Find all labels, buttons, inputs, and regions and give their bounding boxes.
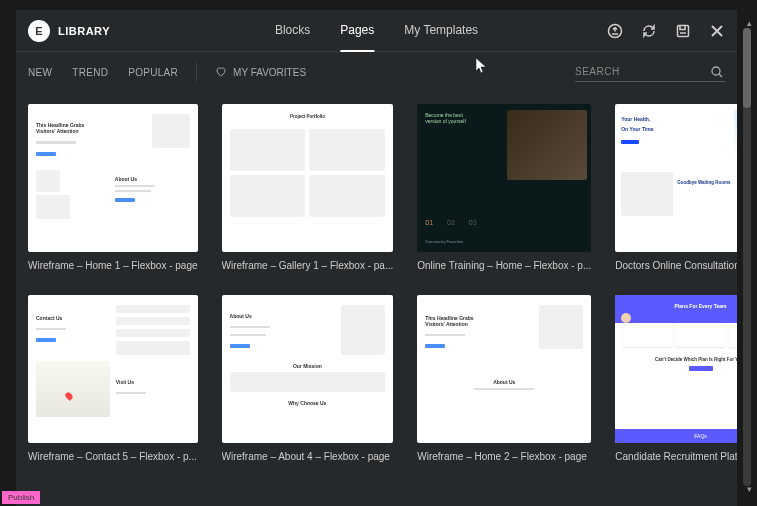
thumb-h2: Can't Decide Which Plan Is Right For You…: [619, 357, 737, 362]
thumb-h1: Plans For Every Team: [621, 303, 737, 309]
thumb-h2: On Your Time: [621, 126, 730, 132]
template-thumbnail[interactable]: Project Portfolio: [222, 104, 394, 252]
sync-icon[interactable]: [641, 23, 657, 39]
thumb-about: About Us: [493, 379, 515, 385]
search-area: [575, 62, 725, 82]
template-card: Your Health, On Your Time Goodbye: [615, 104, 737, 271]
template-label: Online Training – Home – Flexbox - p...: [417, 260, 591, 271]
template-card: This Headline Grabs Visitors' Attention …: [417, 295, 591, 462]
my-favorites[interactable]: MY FAVORITES: [215, 66, 306, 78]
thumb-headline: This Headline Grabs Visitors' Attention: [36, 122, 91, 134]
thumb-headline: Become the best version of yourself: [425, 112, 475, 124]
thumb-community: Community Favorites: [425, 239, 463, 244]
divider: [196, 63, 197, 81]
thumb-goodbye: Goodbye Waiting Rooms: [677, 180, 737, 185]
modal-header: E LIBRARY Blocks Pages My Templates: [16, 10, 737, 52]
close-icon[interactable]: [709, 23, 725, 39]
template-label: Wireframe – Home 1 – Flexbox - page: [28, 260, 198, 271]
svg-rect-1: [678, 25, 689, 36]
template-label: Doctors Online Consultation – Flexb...: [615, 260, 737, 271]
save-icon[interactable]: [675, 23, 691, 39]
tab-my-templates[interactable]: My Templates: [404, 10, 478, 52]
filter-tabs: NEW TREND POPULAR: [28, 67, 178, 78]
template-label: Wireframe – About 4 – Flexbox - page: [222, 451, 394, 462]
template-label: Candidate Recruitment Platform - pa...: [615, 451, 737, 462]
template-card: This Headline Grabs Visitors' Attention: [28, 104, 198, 271]
template-label: Wireframe – Contact 5 – Flexbox - p...: [28, 451, 198, 462]
header-actions: [607, 23, 725, 39]
thumb-h1: Your Health,: [621, 116, 730, 122]
publish-tag: Publish: [2, 491, 40, 504]
scrollbar-thumb[interactable]: [743, 28, 751, 108]
thumb-headline: This Headline Grabs Visitors' Attention: [425, 315, 480, 327]
tab-pages[interactable]: Pages: [340, 10, 374, 52]
thumb-contact: Contact Us: [36, 315, 110, 321]
template-card: Contact Us: [28, 295, 198, 462]
template-thumbnail[interactable]: Become the best version of yourself 01 0…: [417, 104, 591, 252]
template-thumbnail[interactable]: This Headline Grabs Visitors' Attention: [28, 104, 198, 252]
thumb-faq: FAQs: [615, 429, 737, 443]
sub-header: NEW TREND POPULAR MY FAVORITES: [16, 52, 737, 92]
thumb-about: About Us: [230, 313, 334, 319]
template-thumbnail[interactable]: Contact Us: [28, 295, 198, 443]
thumb-mission: Our Mission: [293, 363, 322, 369]
search-icon[interactable]: [709, 64, 725, 80]
template-grid-container: This Headline Grabs Visitors' Attention: [16, 92, 737, 506]
template-thumbnail[interactable]: About Us Our Mission Why Choose Us: [222, 295, 394, 443]
library-title: LIBRARY: [58, 25, 110, 37]
template-card: Plans For Every Team Can't Decide Which …: [615, 295, 737, 462]
template-label: Wireframe – Home 2 – Flexbox - page: [417, 451, 591, 462]
thumb-about: About Us: [115, 176, 190, 182]
thumb-why: Why Choose Us: [230, 400, 386, 406]
scroll-up-icon[interactable]: ▴: [747, 18, 752, 28]
favorites-label: MY FAVORITES: [233, 67, 306, 78]
template-thumbnail[interactable]: This Headline Grabs Visitors' Attention …: [417, 295, 591, 443]
main-tabs: Blocks Pages My Templates: [275, 10, 478, 52]
logo-area: E LIBRARY: [28, 20, 110, 42]
template-thumbnail[interactable]: Your Health, On Your Time Goodbye: [615, 104, 737, 252]
template-grid: This Headline Grabs Visitors' Attention: [28, 104, 725, 462]
tab-blocks[interactable]: Blocks: [275, 10, 310, 52]
scrollbar[interactable]: [743, 28, 751, 486]
svg-point-2: [712, 67, 720, 75]
thumb-title: Project Portfolio: [290, 114, 325, 119]
thumb-visit: Visit Us: [116, 379, 190, 385]
template-label: Wireframe – Gallery 1 – Flexbox - pa...: [222, 260, 394, 271]
scroll-down-icon[interactable]: ▾: [747, 484, 752, 494]
heart-icon: [215, 66, 227, 78]
template-card: Project Portfolio Wireframe – Gallery 1 …: [222, 104, 394, 271]
template-card: Become the best version of yourself 01 0…: [417, 104, 591, 271]
elementor-logo: E: [28, 20, 50, 42]
filter-new[interactable]: NEW: [28, 67, 52, 78]
template-card: About Us Our Mission Why Choose Us: [222, 295, 394, 462]
filter-trend[interactable]: TREND: [72, 67, 108, 78]
filter-popular[interactable]: POPULAR: [128, 67, 178, 78]
search-input[interactable]: [575, 62, 709, 81]
template-thumbnail[interactable]: Plans For Every Team Can't Decide Which …: [615, 295, 737, 443]
upload-icon[interactable]: [607, 23, 623, 39]
